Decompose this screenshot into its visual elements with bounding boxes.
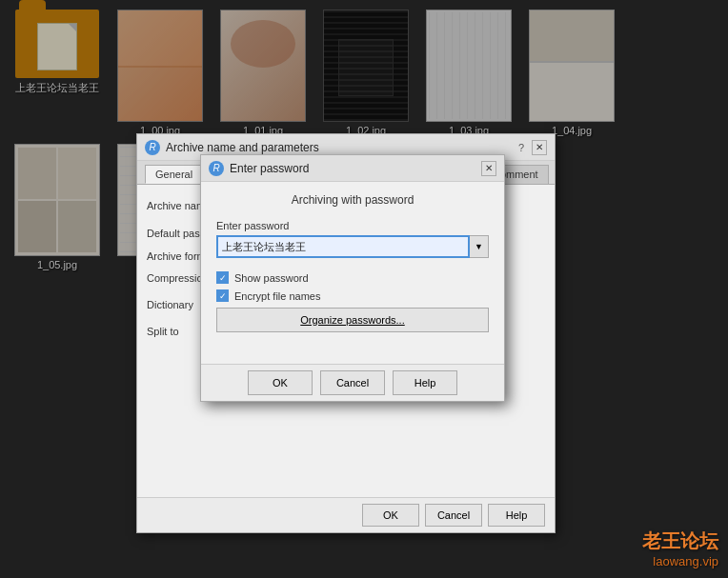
- archive-close-btn[interactable]: ✕: [532, 140, 547, 155]
- encrypt-names-row[interactable]: ✓ Encrypt file names: [216, 289, 489, 302]
- pwd-input-wrap: ▼: [216, 235, 489, 258]
- pwd-close-btn[interactable]: ✕: [481, 161, 496, 176]
- dialog-controls: ? ✕: [515, 140, 547, 155]
- pwd-input[interactable]: [216, 235, 470, 258]
- show-password-row[interactable]: ✓ Show password: [216, 271, 489, 284]
- pwd-help-btn[interactable]: Help: [393, 370, 457, 395]
- pwd-footer: OK Cancel Help: [201, 364, 504, 401]
- winrar-icon: R: [145, 140, 160, 155]
- archive-help-btn[interactable]: ?: [515, 142, 528, 153]
- organize-passwords-btn[interactable]: Organize passwords...: [216, 308, 489, 332]
- titlebar-left: R Archive name and parameters: [145, 140, 319, 155]
- archive-ok-btn[interactable]: OK: [362, 504, 419, 527]
- archive-dialog-title: Archive name and parameters: [166, 141, 319, 154]
- pwd-winrar-icon: R: [209, 161, 224, 176]
- watermark-url: laowang.vip: [642, 554, 718, 568]
- watermark: 老王论坛 laowang.vip: [642, 528, 718, 568]
- pwd-ok-btn[interactable]: OK: [248, 370, 313, 395]
- show-password-checkbox[interactable]: ✓: [216, 271, 229, 284]
- password-dialog: R Enter password ✕ Archiving with passwo…: [200, 154, 505, 402]
- encrypt-names-label: Encrypt file names: [234, 290, 320, 302]
- pwd-dialog-title: Enter password: [230, 162, 309, 175]
- pwd-title-left: R Enter password: [209, 161, 309, 176]
- pwd-titlebar: R Enter password ✕: [201, 155, 504, 182]
- tab-general[interactable]: General: [145, 165, 203, 184]
- pwd-cancel-btn[interactable]: Cancel: [320, 370, 385, 395]
- encrypt-names-checkbox[interactable]: ✓: [216, 289, 229, 302]
- enter-pwd-label: Enter password: [216, 220, 489, 231]
- archive-help-btn2[interactable]: Help: [488, 504, 545, 527]
- show-password-label: Show password: [234, 272, 309, 284]
- pwd-dropdown-btn[interactable]: ▼: [470, 235, 489, 258]
- pwd-body: Archiving with password Enter password ▼…: [201, 182, 504, 364]
- pwd-subtitle: Archiving with password: [216, 193, 489, 207]
- archive-dialog-footer: OK Cancel Help: [137, 497, 555, 532]
- watermark-chinese: 老王论坛: [642, 528, 718, 554]
- archive-cancel-btn[interactable]: Cancel: [425, 504, 482, 527]
